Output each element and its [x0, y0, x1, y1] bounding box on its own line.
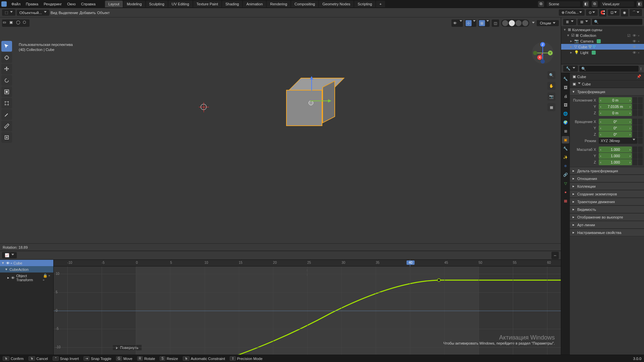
- solid-icon[interactable]: [509, 20, 515, 26]
- props-options-icon[interactable]: ⫶: [640, 67, 642, 71]
- menu-render[interactable]: Рендеринг: [41, 1, 64, 7]
- persp-icon[interactable]: ▦: [547, 103, 555, 111]
- ge-normalize[interactable]: ↔: [551, 252, 559, 259]
- tab-animation[interactable]: Animation: [243, 1, 266, 7]
- tweak-icon[interactable]: ▭: [3, 20, 9, 26]
- ptab-scene[interactable]: 🌐: [562, 110, 569, 117]
- ptab-physics[interactable]: ⚛: [562, 162, 569, 170]
- gizmo-toggle[interactable]: ⊹: [465, 19, 476, 27]
- matprev-icon[interactable]: [516, 20, 522, 26]
- tool-cursor[interactable]: [1, 52, 12, 63]
- proportional-edit[interactable]: ◉: [621, 9, 628, 16]
- scene-new-icon[interactable]: ◧: [583, 1, 589, 7]
- panel-instancing[interactable]: ▸Создание экземпляров: [570, 190, 644, 198]
- ge-transform-row[interactable]: ▸👁 Object Transform 🔒 ▫ ▫: [0, 273, 53, 283]
- menu-window[interactable]: Окно: [64, 1, 78, 7]
- pivot-selector[interactable]: ⊙: [586, 9, 598, 16]
- ptab-render[interactable]: 🖼: [562, 84, 569, 91]
- menu-add[interactable]: Добавить: [79, 11, 96, 15]
- ptab-object[interactable]: ▣: [562, 136, 569, 143]
- blender-logo-icon[interactable]: [1, 1, 7, 7]
- tab-rendering[interactable]: Rendering: [267, 1, 290, 7]
- ptab-material[interactable]: ●: [562, 188, 569, 196]
- shading-options-icon[interactable]: [532, 22, 535, 25]
- rot-z[interactable]: 0°: [599, 131, 632, 137]
- loc-x[interactable]: 0 m: [599, 97, 632, 103]
- panel-visibility[interactable]: ▸Видимость: [570, 205, 644, 213]
- menu-select[interactable]: Выделение: [59, 11, 78, 15]
- ptab-constraint[interactable]: 🔗: [562, 171, 569, 178]
- zoom-icon[interactable]: 🔍: [547, 71, 555, 79]
- ptab-viewlayer[interactable]: 🖼: [562, 101, 569, 109]
- pan-icon[interactable]: ✋: [547, 82, 555, 90]
- nav-gizmo[interactable]: Y Z X: [531, 41, 555, 65]
- proportional-falloff[interactable]: ⌒: [630, 9, 642, 16]
- tool-measure[interactable]: [1, 121, 12, 131]
- ge-cube-row[interactable]: ▾👁 ▫ Cube: [0, 260, 53, 266]
- ge-graph-area[interactable]: -10-5051015202530354045505560 40 ↑↓ Акти…: [54, 260, 561, 355]
- tool-annotate[interactable]: [1, 109, 12, 120]
- ge-action-row[interactable]: ▾CubeAction: [0, 266, 53, 273]
- 3d-viewport[interactable]: ▭ ▣ ◯ ⬡ 👁 ⊹ ⊞ ◫: [0, 17, 561, 251]
- tab-texpaint[interactable]: Texture Paint: [193, 1, 221, 7]
- scale-x[interactable]: 1.000: [599, 146, 632, 153]
- tool-addcube[interactable]: [1, 132, 12, 143]
- outliner-collection[interactable]: ▾☑ ⊞ Collection☑👁▫: [561, 33, 644, 38]
- overlay-toggle[interactable]: ⊞: [478, 19, 490, 27]
- ptab-world[interactable]: 🌍: [562, 119, 569, 126]
- ptab-output[interactable]: 🖨: [562, 93, 569, 100]
- loc-x-lock[interactable]: [633, 97, 637, 103]
- outliner-type[interactable]: ≣: [563, 19, 576, 25]
- snap-selector[interactable]: ⊡: [608, 9, 620, 16]
- tab-sculpting[interactable]: Sculpting: [146, 1, 168, 7]
- panel-transform[interactable]: ▾Трансформация: [570, 88, 644, 96]
- outliner-scene-collection[interactable]: ▾⊞ Коллекция сцены: [561, 27, 644, 33]
- ptab-data[interactable]: ▽: [562, 180, 569, 187]
- ptab-particles[interactable]: ✨: [562, 154, 569, 161]
- viewport-visibility-icon[interactable]: 👁: [451, 19, 463, 27]
- viewlayer-browse-icon[interactable]: ⧉: [592, 1, 598, 7]
- lasso-icon[interactable]: ⬡: [23, 20, 29, 26]
- ptab-tool[interactable]: 🔧: [562, 75, 569, 82]
- props-search[interactable]: [579, 66, 639, 72]
- panel-viewport-display[interactable]: ▸Отображение во вьюпорте: [570, 213, 644, 221]
- orientation-selector[interactable]: ⊕ Глоба...: [559, 9, 585, 16]
- tab-compositing[interactable]: Compositing: [291, 1, 318, 7]
- gizmo-y-arrow[interactable]: [310, 101, 330, 101]
- menu-file[interactable]: Файл: [9, 1, 23, 7]
- outliner-display[interactable]: ⊞: [578, 19, 591, 25]
- box-select-icon[interactable]: ▣: [9, 20, 15, 26]
- gizmo-z-arrow[interactable]: [311, 77, 312, 90]
- viewlayer-new-icon[interactable]: ◧: [637, 1, 643, 7]
- xray-toggle[interactable]: ◫: [492, 19, 499, 27]
- outliner-camera[interactable]: ▸📷 Camera 👁▫: [561, 38, 644, 44]
- tool-move[interactable]: [1, 64, 12, 74]
- rotation-mode[interactable]: XYZ Эйлер: [599, 138, 637, 144]
- 3d-cursor[interactable]: [201, 104, 207, 110]
- panel-delta[interactable]: ▸Дельта-трансформация: [570, 167, 644, 175]
- outliner-cube[interactable]: ▸▽ Cube ▽ ▽👁▫: [561, 44, 644, 50]
- outliner-search[interactable]: [592, 19, 642, 25]
- scene-name[interactable]: Scene: [547, 1, 580, 7]
- tab-uv[interactable]: UV Editing: [168, 1, 193, 7]
- menu-edit[interactable]: Правка: [23, 1, 41, 7]
- ptab-modifier[interactable]: 🔧: [562, 145, 569, 152]
- scale-y[interactable]: 1.000: [599, 153, 632, 159]
- tool-rotate[interactable]: [1, 75, 12, 86]
- menu-help[interactable]: Справка: [78, 1, 98, 7]
- tab-shading[interactable]: Shading: [222, 1, 242, 7]
- loc-z[interactable]: 0 m: [599, 110, 632, 116]
- ge-editor-type[interactable]: 📈: [2, 252, 17, 258]
- panel-collections[interactable]: ▸Коллекции: [570, 182, 644, 190]
- shading-modes[interactable]: [501, 19, 529, 27]
- rot-y[interactable]: 0°: [599, 125, 632, 131]
- panel-custom-props[interactable]: ▸Настраиваемые свойства: [570, 229, 644, 236]
- panel-lineart[interactable]: ▸Арт-линии: [570, 221, 644, 229]
- tab-scripting[interactable]: Scripting: [354, 1, 375, 7]
- snap-toggle[interactable]: 🧲: [599, 9, 606, 16]
- camera-icon[interactable]: 📷: [547, 93, 555, 101]
- ge-timeline[interactable]: -10-5051015202530354045505560: [54, 260, 561, 266]
- ptab-collection[interactable]: ⊞: [562, 127, 569, 135]
- tab-modeling[interactable]: Modeling: [123, 1, 145, 7]
- tool-scale[interactable]: [1, 86, 12, 97]
